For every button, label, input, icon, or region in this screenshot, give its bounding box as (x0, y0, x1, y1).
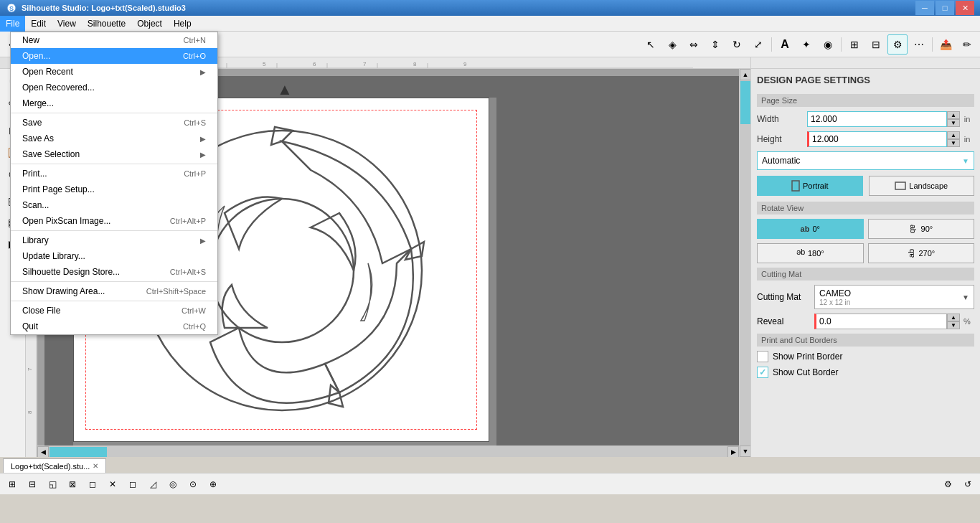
open-recent-label: Open Recent (22, 67, 73, 77)
toolbar-flip-v-btn[interactable]: ⇕ (705, 34, 725, 55)
menu-merge[interactable]: Merge... (11, 95, 217, 111)
window-controls[interactable]: ─ □ ✕ (915, 1, 974, 15)
bottom-btn-4[interactable]: ⊠ (63, 476, 82, 493)
cutting-mat-size: 12 x 12 in (819, 298, 969, 306)
minimize-button[interactable]: ─ (915, 1, 934, 15)
menu-show-drawing[interactable]: Show Drawing Area... Ctrl+Shift+Space (11, 283, 217, 299)
preset-dropdown[interactable]: Automatic ▼ (757, 151, 974, 170)
scroll-track-v[interactable] (740, 80, 750, 446)
menu-open-recent[interactable]: Open Recent ▶ (11, 64, 217, 80)
refresh-btn[interactable]: ↺ (958, 476, 977, 493)
scroll-up-btn[interactable]: ▲ (740, 69, 750, 80)
rotate-90-btn[interactable]: ab 90° (868, 219, 975, 239)
menu-close-file[interactable]: Close File Ctrl+W (11, 303, 217, 319)
width-spinner[interactable]: ▲ ▼ (947, 111, 960, 127)
height-input[interactable] (807, 131, 947, 147)
scroll-track-h[interactable] (49, 446, 727, 457)
toolbar-rotate-btn[interactable]: ↻ (727, 34, 747, 55)
maximize-button[interactable]: □ (936, 1, 954, 15)
bottom-btn-7[interactable]: ◻ (123, 476, 142, 493)
menu-file[interactable]: File (0, 16, 25, 32)
menu-edit[interactable]: Edit (25, 16, 52, 32)
bottom-btn-9[interactable]: ◎ (164, 476, 182, 493)
rotate-270-btn[interactable]: ab 270° (868, 243, 975, 263)
width-input[interactable] (807, 111, 947, 127)
toolbar-flip-h-btn[interactable]: ⇔ (684, 34, 704, 55)
toolbar-text-btn[interactable]: A (775, 34, 795, 55)
reveal-down[interactable]: ▼ (947, 321, 960, 329)
toolbar-more-btn[interactable]: ⋯ (909, 34, 929, 55)
menu-object[interactable]: Object (131, 16, 168, 32)
landscape-btn[interactable]: Landscape (869, 176, 975, 196)
menu-save[interactable]: Save Ctrl+S (11, 115, 217, 131)
height-spinner[interactable]: ▲ ▼ (947, 131, 960, 147)
bottom-btn-10[interactable]: ⊙ (184, 476, 202, 493)
rotate-180-btn[interactable]: qe 180° (757, 243, 864, 263)
height-up[interactable]: ▲ (947, 131, 960, 139)
menu-save-selection[interactable]: Save Selection ▶ (11, 146, 217, 162)
menu-library[interactable]: Library ▶ (11, 232, 217, 248)
orientation-row: Portrait Landscape (757, 176, 974, 196)
bottom-btn-3[interactable]: ◱ (43, 476, 62, 493)
bottom-btn-6[interactable]: ✕ (103, 476, 122, 493)
menu-quit[interactable]: Quit Ctrl+Q (11, 319, 217, 334)
tab-bar: Logo+txt(Scaled).stu... ✕ (0, 457, 980, 473)
reveal-up[interactable]: ▲ (947, 314, 960, 321)
cut-border-checkbox[interactable]: ✓ (757, 367, 768, 378)
height-down[interactable]: ▼ (947, 139, 960, 147)
close-button[interactable]: ✕ (956, 1, 974, 15)
tab-close-btn[interactable]: ✕ (93, 462, 98, 470)
toolbar-grid2-btn[interactable]: ⊟ (866, 34, 886, 55)
cutting-mat-dropdown[interactable]: CAMEO 12 x 12 in ▼ (814, 285, 974, 309)
width-label: Width (757, 114, 807, 124)
scrollbar-horizontal[interactable]: ◀ ▶ (37, 446, 739, 457)
separator-3 (11, 230, 217, 231)
menu-open[interactable]: Open... Ctrl+O (11, 48, 217, 64)
menu-print-setup[interactable]: Print Page Setup... (11, 182, 217, 197)
menu-new[interactable]: New Ctrl+N (11, 32, 217, 48)
bottom-btn-11[interactable]: ⊕ (204, 476, 222, 493)
menu-silhouette[interactable]: Silhouette (82, 16, 131, 32)
toolbar-send-btn[interactable]: 📤 (936, 34, 956, 55)
bottom-btn-2[interactable]: ⊟ (23, 476, 42, 493)
reveal-spinner[interactable]: ▲ ▼ (947, 314, 960, 329)
scrollbar-vertical[interactable]: ▲ ▼ (739, 69, 750, 457)
bottom-btn-8[interactable]: ◿ (143, 476, 162, 493)
print-shortcut: Ctrl+P (184, 169, 206, 178)
menu-save-as[interactable]: Save As ▶ (11, 131, 217, 146)
menu-open-pixscan[interactable]: Open PixScan Image... Ctrl+Alt+P (11, 213, 217, 229)
menu-scan[interactable]: Scan... (11, 197, 217, 213)
rotate-0-btn[interactable]: ab 0° (757, 219, 864, 239)
toolbar-settings-btn[interactable]: ⚙ (887, 34, 908, 55)
settings-gear-btn[interactable]: ⚙ (938, 476, 957, 493)
bottom-btn-1[interactable]: ⊞ (3, 476, 22, 493)
toolbar-draw-btn[interactable]: ✏ (957, 34, 977, 55)
toolbar-pointer-btn[interactable]: ↖ (641, 34, 661, 55)
toolbar-grid-btn[interactable]: ⊞ (844, 34, 864, 55)
bottom-btn-5[interactable]: ◻ (83, 476, 102, 493)
scroll-down-btn[interactable]: ▼ (740, 446, 750, 457)
width-up[interactable]: ▲ (947, 111, 960, 119)
menu-open-recovered[interactable]: Open Recovered... (11, 80, 217, 95)
toolbar-scale-btn[interactable]: ⤢ (748, 34, 768, 55)
reveal-input[interactable] (814, 314, 947, 329)
toolbar-path-btn[interactable]: ✦ (796, 34, 816, 55)
show-drawing-shortcut: Ctrl+Shift+Space (146, 287, 206, 296)
scroll-thumb-h[interactable] (50, 447, 107, 457)
menu-design-store[interactable]: Silhouette Design Store... Ctrl+Alt+S (11, 264, 217, 280)
scroll-left-btn[interactable]: ◀ (37, 446, 49, 457)
portrait-btn[interactable]: Portrait (757, 176, 863, 196)
menu-help[interactable]: Help (168, 16, 197, 32)
width-down[interactable]: ▼ (947, 119, 960, 127)
menu-view[interactable]: View (52, 16, 82, 32)
toolbar-node-btn[interactable]: ◈ (662, 34, 682, 55)
tab-main[interactable]: Logo+txt(Scaled).stu... ✕ (3, 458, 106, 473)
toolbar-eraser-btn[interactable]: ◉ (818, 34, 838, 55)
scroll-thumb-v[interactable] (740, 81, 750, 124)
print-border-checkbox[interactable] (757, 351, 768, 362)
menu-print[interactable]: Print... Ctrl+P (11, 166, 217, 182)
scroll-right-btn[interactable]: ▶ (727, 446, 739, 457)
section-page-size: Page Size (757, 94, 974, 107)
save-selection-arrow: ▶ (200, 151, 206, 159)
menu-update-library[interactable]: Update Library... (11, 248, 217, 264)
